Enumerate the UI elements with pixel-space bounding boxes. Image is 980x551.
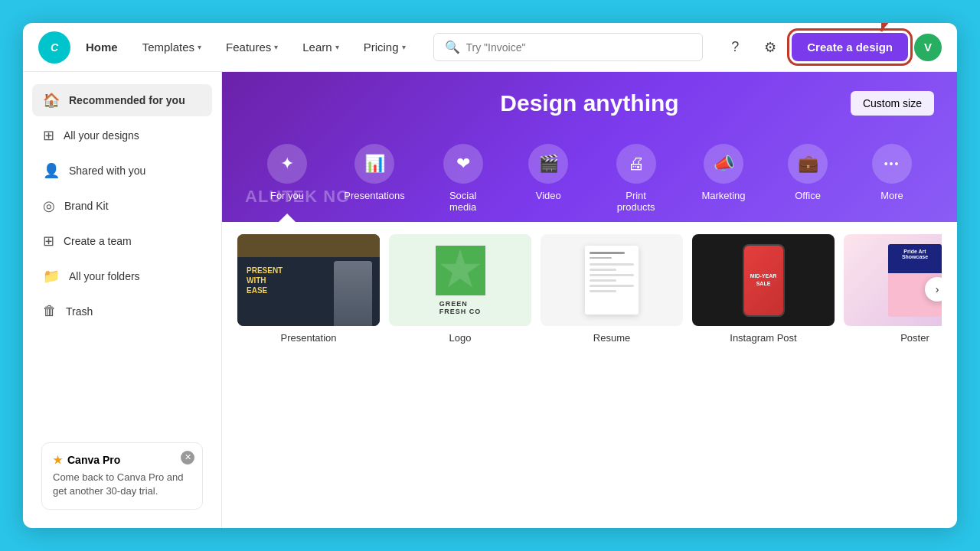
templates-chevron-icon: ▾ xyxy=(198,43,201,51)
canva-pro-close-button[interactable]: ✕ xyxy=(181,451,194,465)
search-icon: 🔍 xyxy=(445,40,460,54)
category-presentations[interactable]: 📊 Presentations xyxy=(329,135,420,222)
category-for-you[interactable]: ✦ For you xyxy=(245,135,329,222)
print-icon: 🖨 xyxy=(616,144,656,184)
sidebar-item-trash[interactable]: 🗑 Trash xyxy=(32,295,212,327)
create-design-button[interactable]: Create a design xyxy=(792,33,908,61)
main-layout: 🏠 Recommended for you ⊞ All your designs… xyxy=(23,72,957,528)
category-social-media[interactable]: ❤ Social media xyxy=(420,135,506,222)
sidebar-item-shared[interactable]: 👤 Shared with you xyxy=(32,155,212,187)
header: C Home Templates ▾ Features ▾ Learn ▾ Pr… xyxy=(23,23,957,72)
template-logo[interactable]: GREENFRESH CO Logo xyxy=(389,234,531,344)
category-row: ✦ For you 📊 Presentations ❤ Social media… xyxy=(245,129,934,222)
resume-label: Resume xyxy=(541,332,683,344)
nav-learn[interactable]: Learn ▾ xyxy=(293,36,348,58)
trash-icon: 🗑 xyxy=(43,303,57,319)
header-right: ? ⚙ Create a design xyxy=(721,33,908,61)
nav-features[interactable]: Features ▾ xyxy=(217,36,287,58)
more-label: More xyxy=(880,190,903,201)
category-print-products[interactable]: 🖨 Print products xyxy=(590,135,681,222)
category-more[interactable]: ••• More xyxy=(850,135,934,222)
avatar[interactable]: V xyxy=(914,34,942,61)
brand-icon: ◎ xyxy=(43,197,55,214)
instagram-thumbnail: MID-YEARSALE xyxy=(692,234,835,326)
learn-chevron-icon: ▾ xyxy=(335,43,339,51)
office-label: Office xyxy=(795,190,821,201)
resume-thumbnail xyxy=(541,234,683,326)
marketing-label: Marketing xyxy=(701,190,745,201)
for-you-label: For you xyxy=(270,190,304,201)
canva-pro-description: Come back to Canva Pro and get another 3… xyxy=(53,471,191,498)
logo-text: C xyxy=(51,41,58,54)
nav-templates[interactable]: Templates ▾ xyxy=(133,36,211,58)
category-marketing[interactable]: 📣 Marketing xyxy=(681,135,766,222)
home-icon: 🏠 xyxy=(43,92,60,109)
template-instagram[interactable]: MID-YEARSALE Instagram Post xyxy=(692,234,835,344)
grid-icon: ⊞ xyxy=(43,127,54,144)
hero-top: Design anything Custom size xyxy=(245,90,934,116)
more-icon: ••• xyxy=(872,144,912,184)
content-area: ALUTEK NO Design anything Custom size ✦ … xyxy=(222,72,957,528)
video-icon: 🎬 xyxy=(528,144,568,184)
search-bar[interactable]: 🔍 xyxy=(433,33,704,61)
hero-section: ALUTEK NO Design anything Custom size ✦ … xyxy=(222,72,957,222)
templates-grid: PRESENTWITHEASE Presentation xyxy=(237,234,942,344)
instagram-label: Instagram Post xyxy=(692,332,835,344)
presentation-label: Presentation xyxy=(237,332,380,344)
logo-label: Logo xyxy=(389,332,531,344)
poster-label: Poster xyxy=(844,332,942,344)
sidebar-item-brand-kit[interactable]: ◎ Brand Kit xyxy=(32,190,212,222)
print-label: Print products xyxy=(606,190,666,213)
shared-icon: 👤 xyxy=(43,162,60,179)
folder-icon: 📁 xyxy=(43,268,60,285)
canva-pro-title: ★ Canva Pro xyxy=(53,454,191,466)
custom-size-button[interactable]: Custom size xyxy=(851,91,934,116)
nav-home[interactable]: Home xyxy=(77,36,127,58)
video-label: Video xyxy=(536,190,561,201)
template-presentation[interactable]: PRESENTWITHEASE Presentation xyxy=(237,234,380,344)
sidebar-item-folders[interactable]: 📁 All your folders xyxy=(32,260,212,292)
marketing-icon: 📣 xyxy=(704,144,743,184)
sidebar: 🏠 Recommended for you ⊞ All your designs… xyxy=(23,72,222,528)
canva-logo[interactable]: C xyxy=(38,31,70,64)
sidebar-item-all-designs[interactable]: ⊞ All your designs xyxy=(32,119,212,152)
features-chevron-icon: ▾ xyxy=(274,43,278,51)
presentations-label: Presentations xyxy=(344,190,405,201)
presentation-thumbnail: PRESENTWITHEASE xyxy=(237,234,380,326)
sidebar-item-create-team[interactable]: ⊞ Create a team xyxy=(32,225,212,257)
nav-pricing[interactable]: Pricing ▾ xyxy=(354,36,415,58)
category-office[interactable]: 💼 Office xyxy=(766,135,850,222)
poster-thumbnail: Pride ArtShowcase xyxy=(844,234,942,326)
pricing-chevron-icon: ▾ xyxy=(402,43,406,51)
presentations-icon: 📊 xyxy=(354,144,394,184)
hero-title: Design anything xyxy=(475,90,704,116)
category-video[interactable]: 🎬 Video xyxy=(506,135,590,222)
svg-line-1 xyxy=(881,23,897,31)
team-icon: ⊞ xyxy=(43,233,54,249)
template-resume[interactable]: Resume xyxy=(541,234,683,344)
help-button[interactable]: ? xyxy=(721,34,749,61)
social-media-icon: ❤ xyxy=(443,144,483,184)
social-media-label: Social media xyxy=(435,190,491,213)
sidebar-item-recommended[interactable]: 🏠 Recommended for you xyxy=(32,84,212,116)
search-input[interactable] xyxy=(466,41,692,54)
office-icon: 💼 xyxy=(788,144,828,184)
settings-button[interactable]: ⚙ xyxy=(756,34,784,61)
logo-thumbnail: GREENFRESH CO xyxy=(389,234,531,326)
templates-section: PRESENTWITHEASE Presentation xyxy=(222,222,957,356)
for-you-icon: ✦ xyxy=(267,144,307,184)
pro-star-icon: ★ xyxy=(53,454,63,466)
canva-pro-banner: ✕ ★ Canva Pro Come back to Canva Pro and… xyxy=(41,442,203,510)
